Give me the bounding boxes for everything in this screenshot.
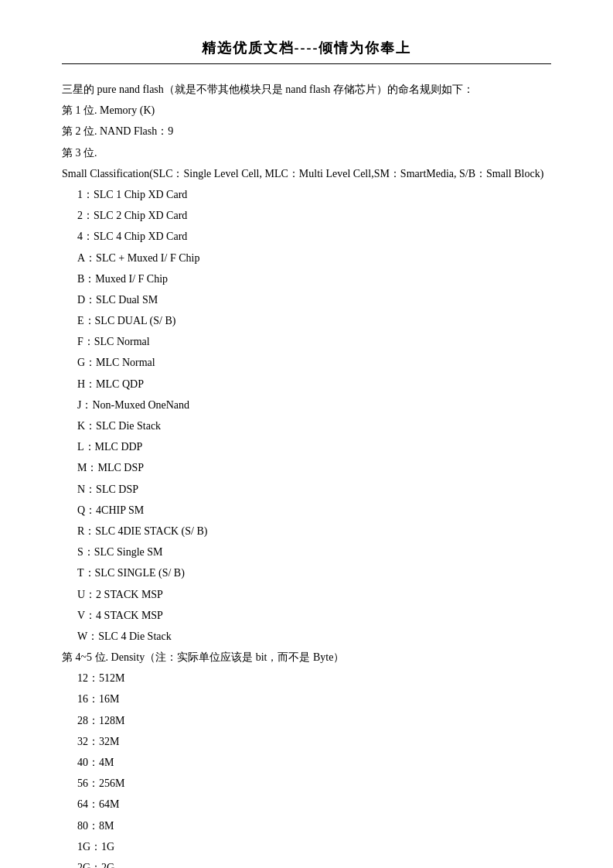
list-item: 1G：1G [62,837,551,856]
list-item: 2G：2G [62,858,551,868]
list-item: 56：256M [62,774,551,793]
small-classification-text: Small Classification(SLC：Single Level Ce… [62,164,551,183]
list-item: 4：SLC 4 Chip XD Card [62,227,551,246]
list-item: H：MLC QDP [62,374,551,394]
position2-text: 第 2 位. NAND Flash：9 [62,121,551,141]
list-item: Q：4CHIP SM [62,501,551,520]
list-item: W：SLC 4 Die Stack [62,627,551,646]
list-item: 2：SLC 2 Chip XD Card [62,206,551,225]
list-item: N：SLC DSP [62,480,551,499]
list-item: R：SLC 4DIE STACK (S/ B) [62,521,551,541]
list-item: T：SLC SINGLE (S/ B) [62,563,551,583]
position3-text: 第 3 位. [62,143,551,162]
list-item: E：SLC DUAL (S/ B) [62,311,551,330]
list-item: 1：SLC 1 Chip XD Card [62,185,551,204]
list-item: 28：128M [62,711,551,730]
list-item: K：SLC Die Stack [62,416,551,436]
position45-text: 第 4~5 位. Density（注：实际单位应该是 bit，而不是 Byte） [62,648,551,667]
intro-text: 三星的 pure nand flash（就是不带其他模块只是 nand flas… [62,80,551,99]
list-item: V：4 STACK MSP [62,606,551,625]
list-item: S：SLC Single SM [62,542,551,562]
list-item: M：MLC DSP [62,458,551,477]
list-item: J：Non-Muxed OneNand [62,395,551,415]
list-item: 32：32M [62,732,551,751]
list-item: A：SLC + Muxed I/ F Chip [62,248,551,268]
list-item: B：Muxed I/ F Chip [62,269,551,289]
list-item: 80：8M [62,816,551,836]
list-item: D：SLC Dual SM [62,290,551,309]
main-content: 三星的 pure nand flash（就是不带其他模块只是 nand flas… [62,80,551,868]
position1-text: 第 1 位. Memory (K) [62,101,551,120]
list-item: 64：64M [62,795,551,814]
list-item: 12：512M [62,668,551,688]
list-item: 16：16M [62,689,551,709]
list-item: U：2 STACK MSP [62,585,551,604]
classification-items: 1：SLC 1 Chip XD Card2：SLC 2 Chip XD Card… [62,185,551,646]
list-item: L：MLC DDP [62,437,551,456]
list-item: G：MLC Normal [62,353,551,372]
density-items: 12：512M16：16M28：128M32：32M40：4M56：256M64… [62,668,551,868]
list-item: F：SLC Normal [62,332,551,351]
list-item: 40：4M [62,753,551,772]
page-title: 精选优质文档----倾情为你奉上 [62,39,551,64]
